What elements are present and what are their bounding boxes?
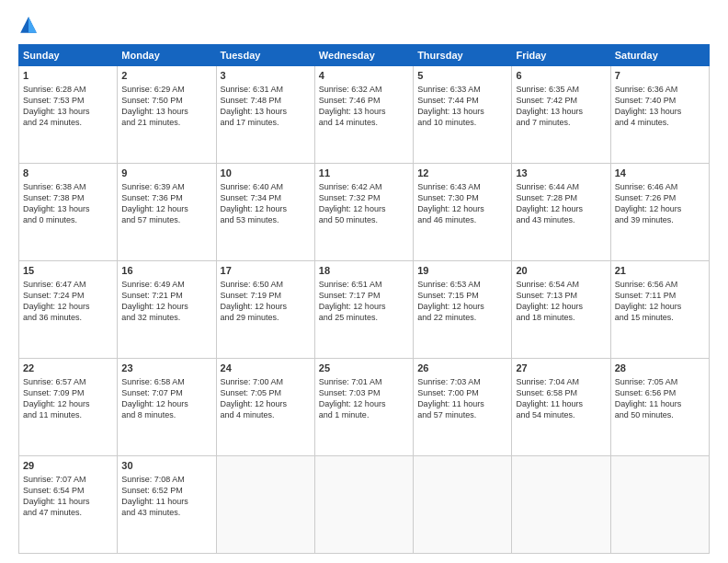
- svg-marker-1: [28, 17, 37, 33]
- calendar-header-row: SundayMondayTuesdayWednesdayThursdayFrid…: [19, 45, 710, 66]
- day-detail: Sunrise: 6:57 AM: [23, 376, 113, 387]
- day-detail: Sunset: 7:42 PM: [516, 95, 606, 106]
- day-detail: and 54 minutes.: [516, 409, 606, 420]
- day-number: 11: [319, 167, 409, 180]
- calendar-cell: 11Sunrise: 6:42 AMSunset: 7:32 PMDayligh…: [314, 164, 413, 261]
- calendar-cell: 27Sunrise: 7:04 AMSunset: 6:58 PMDayligh…: [512, 359, 610, 456]
- day-number: 5: [417, 69, 507, 83]
- calendar-cell: 2Sunrise: 6:29 AMSunset: 7:50 PMDaylight…: [118, 66, 216, 164]
- calendar-table: SundayMondayTuesdayWednesdayThursdayFrid…: [18, 44, 710, 554]
- day-number: 18: [319, 264, 409, 278]
- day-number: 22: [23, 362, 113, 375]
- day-detail: Sunrise: 6:35 AM: [516, 84, 606, 95]
- day-detail: Sunrise: 7:08 AM: [121, 474, 211, 485]
- day-number: 23: [121, 362, 211, 375]
- day-detail: Daylight: 11 hours: [23, 496, 113, 507]
- day-number: 13: [516, 167, 606, 180]
- day-detail: and 25 minutes.: [319, 312, 409, 323]
- calendar-cell: 7Sunrise: 6:36 AMSunset: 7:40 PMDaylight…: [610, 66, 709, 164]
- day-detail: Sunset: 7:07 PM: [121, 387, 211, 398]
- calendar-cell: 16Sunrise: 6:49 AMSunset: 7:21 PMDayligh…: [118, 261, 216, 359]
- day-detail: and 46 minutes.: [417, 214, 507, 225]
- day-detail: Daylight: 12 hours: [221, 203, 311, 214]
- day-detail: Daylight: 13 hours: [319, 106, 409, 117]
- day-detail: Sunrise: 6:33 AM: [417, 84, 507, 95]
- day-detail: Daylight: 12 hours: [319, 301, 409, 312]
- day-detail: Sunrise: 6:49 AM: [121, 279, 211, 290]
- day-detail: and 17 minutes.: [221, 117, 311, 128]
- day-number: 15: [23, 264, 113, 278]
- day-detail: Sunset: 7:38 PM: [23, 192, 113, 203]
- calendar-cell: 5Sunrise: 6:33 AMSunset: 7:44 PMDaylight…: [414, 66, 512, 164]
- day-detail: Sunset: 7:53 PM: [23, 95, 113, 106]
- day-detail: Daylight: 12 hours: [221, 301, 311, 312]
- calendar-header-sunday: Sunday: [19, 45, 118, 66]
- day-detail: Sunrise: 6:42 AM: [319, 181, 409, 192]
- day-detail: and 0 minutes.: [23, 214, 113, 225]
- day-detail: and 24 minutes.: [23, 117, 113, 128]
- day-number: 4: [319, 69, 409, 83]
- day-detail: Daylight: 12 hours: [121, 301, 211, 312]
- logo: [18, 15, 42, 35]
- day-detail: Sunset: 7:50 PM: [121, 95, 211, 106]
- day-detail: Daylight: 13 hours: [23, 106, 113, 117]
- day-detail: Sunset: 7:11 PM: [615, 290, 705, 301]
- calendar-cell: 25Sunrise: 7:01 AMSunset: 7:03 PMDayligh…: [314, 359, 413, 456]
- day-detail: Sunrise: 7:00 AM: [221, 376, 311, 387]
- day-detail: and 14 minutes.: [319, 117, 409, 128]
- day-detail: Sunrise: 6:50 AM: [221, 279, 311, 290]
- day-number: 29: [23, 459, 113, 473]
- day-detail: Sunset: 7:24 PM: [23, 290, 113, 301]
- day-number: 17: [221, 264, 311, 278]
- calendar-week-5: 29Sunrise: 7:07 AMSunset: 6:54 PMDayligh…: [19, 456, 710, 554]
- day-detail: Daylight: 12 hours: [221, 398, 311, 409]
- calendar-cell: [610, 456, 709, 554]
- day-number: 30: [121, 459, 211, 473]
- calendar-cell: 24Sunrise: 7:00 AMSunset: 7:05 PMDayligh…: [216, 359, 314, 456]
- calendar-cell: 23Sunrise: 6:58 AMSunset: 7:07 PMDayligh…: [118, 359, 216, 456]
- calendar-header-monday: Monday: [118, 45, 216, 66]
- day-detail: Sunset: 7:17 PM: [319, 290, 409, 301]
- calendar-cell: 15Sunrise: 6:47 AMSunset: 7:24 PMDayligh…: [19, 261, 118, 359]
- day-detail: and 39 minutes.: [615, 214, 705, 225]
- day-detail: and 50 minutes.: [615, 409, 705, 420]
- calendar-cell: 30Sunrise: 7:08 AMSunset: 6:52 PMDayligh…: [118, 456, 216, 554]
- day-number: 3: [221, 69, 311, 83]
- day-detail: Daylight: 12 hours: [121, 203, 211, 214]
- day-detail: Sunset: 7:05 PM: [221, 387, 311, 398]
- day-detail: Sunset: 7:00 PM: [417, 387, 507, 398]
- day-detail: Daylight: 12 hours: [319, 203, 409, 214]
- day-detail: Sunset: 6:58 PM: [516, 387, 606, 398]
- day-detail: Sunrise: 7:04 AM: [516, 376, 606, 387]
- day-detail: Daylight: 13 hours: [121, 106, 211, 117]
- day-detail: Daylight: 11 hours: [615, 398, 705, 409]
- day-detail: Sunrise: 6:43 AM: [417, 181, 507, 192]
- calendar-cell: 20Sunrise: 6:54 AMSunset: 7:13 PMDayligh…: [512, 261, 610, 359]
- day-detail: Sunset: 7:21 PM: [121, 290, 211, 301]
- day-detail: and 7 minutes.: [516, 117, 606, 128]
- day-detail: and 8 minutes.: [121, 409, 211, 420]
- calendar-week-4: 22Sunrise: 6:57 AMSunset: 7:09 PMDayligh…: [19, 359, 710, 456]
- day-detail: Sunrise: 6:53 AM: [417, 279, 507, 290]
- calendar-header-wednesday: Wednesday: [314, 45, 413, 66]
- day-detail: Sunrise: 6:38 AM: [23, 181, 113, 192]
- day-detail: Daylight: 12 hours: [516, 301, 606, 312]
- day-detail: and 22 minutes.: [417, 312, 507, 323]
- day-detail: Daylight: 12 hours: [615, 301, 705, 312]
- day-detail: Sunrise: 7:07 AM: [23, 474, 113, 485]
- day-detail: Sunrise: 6:32 AM: [319, 84, 409, 95]
- day-detail: Daylight: 12 hours: [615, 203, 705, 214]
- day-detail: Sunrise: 6:31 AM: [221, 84, 311, 95]
- calendar-cell: 6Sunrise: 6:35 AMSunset: 7:42 PMDaylight…: [512, 66, 610, 164]
- day-detail: Daylight: 13 hours: [417, 106, 507, 117]
- day-number: 7: [615, 69, 705, 83]
- calendar-cell: 8Sunrise: 6:38 AMSunset: 7:38 PMDaylight…: [19, 164, 118, 261]
- day-detail: Sunrise: 6:44 AM: [516, 181, 606, 192]
- day-detail: Sunrise: 7:03 AM: [417, 376, 507, 387]
- day-detail: Sunset: 7:03 PM: [319, 387, 409, 398]
- calendar-body: 1Sunrise: 6:28 AMSunset: 7:53 PMDaylight…: [19, 66, 710, 554]
- day-detail: Sunset: 7:19 PM: [221, 290, 311, 301]
- day-number: 10: [221, 167, 311, 180]
- calendar-week-3: 15Sunrise: 6:47 AMSunset: 7:24 PMDayligh…: [19, 261, 710, 359]
- calendar-cell: 3Sunrise: 6:31 AMSunset: 7:48 PMDaylight…: [216, 66, 314, 164]
